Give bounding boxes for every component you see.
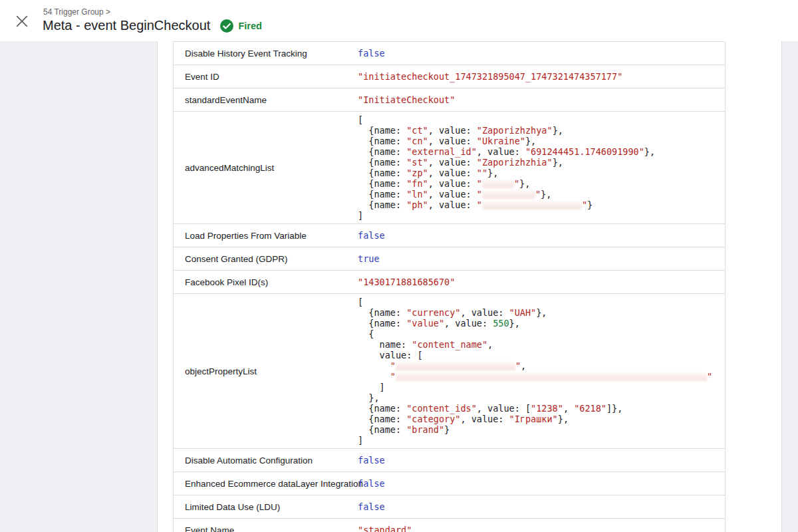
code-line: [ (358, 114, 655, 125)
property-row: Event Name"standard" (174, 519, 725, 532)
code-token: , value: (428, 189, 477, 200)
property-label: Event ID (174, 72, 358, 82)
code-token: {name: (358, 178, 406, 189)
code-token: false (358, 230, 385, 241)
property-value: true (358, 253, 380, 264)
fired-check-icon (220, 19, 233, 33)
code-line: ] (358, 210, 655, 221)
code-token: {name: (358, 200, 406, 210)
property-value: false (358, 455, 385, 466)
code-token: " (477, 200, 482, 210)
code-token: }, (487, 168, 498, 178)
code-token: , value: [ (477, 403, 531, 414)
code-line: {name: "ct", value: "Zaporizhzhya"}, (358, 125, 655, 136)
code-token: "6218" (574, 403, 606, 414)
code-token: , value: (460, 414, 509, 424)
code-line: name: "content_name", (358, 339, 712, 350)
code-token: {name: (358, 403, 406, 414)
code-token: "fn" (406, 178, 428, 189)
redacted-value (482, 191, 535, 199)
code-token: }, (644, 146, 655, 157)
code-line: "", (358, 360, 712, 371)
code-token: , (563, 403, 574, 414)
code-token: , value: (428, 125, 477, 136)
code-token: {name: (358, 307, 406, 318)
property-label: Consent Granted (GDPR) (174, 254, 358, 264)
code-line: value: [ (358, 350, 712, 360)
code-token (358, 371, 390, 382)
property-label: Event Name (174, 525, 358, 532)
code-token: "initiatecheckout_1747321895047_17473214… (358, 71, 622, 82)
property-row: advancedMatchingList[ {name: "ct", value… (174, 112, 725, 224)
code-token: "cn" (406, 136, 428, 146)
property-row: Limited Data Use (LDU)false (174, 495, 725, 519)
code-token: { (358, 329, 374, 339)
tag-properties-table: Disable History Event TrackingfalseEvent… (173, 41, 726, 532)
breadcrumb[interactable]: 54 Trigger Group > (43, 7, 110, 17)
code-token: ] (358, 382, 385, 392)
close-button[interactable] (13, 13, 31, 31)
code-token: [ (358, 114, 363, 125)
code-token: "value" (406, 318, 444, 329)
property-row: Enhanced Ecommerce dataLayer Integration… (174, 472, 725, 495)
code-token: , value: (477, 146, 525, 157)
code-token: " (477, 189, 482, 200)
code-token: , value: (428, 168, 477, 178)
property-row: Event ID"initiatecheckout_1747321895047_… (174, 65, 725, 88)
code-token: "ph" (406, 200, 428, 210)
code-token: , value: (428, 157, 477, 168)
code-token: "1238" (531, 403, 563, 414)
code-token: value: [ (358, 350, 423, 360)
code-line: "" (358, 371, 712, 382)
code-line: {name: "st", value: "Zaporizhzhia"}, (358, 157, 655, 168)
property-row: Consent Granted (GDPR)true (174, 247, 725, 271)
code-token: "ct" (406, 125, 428, 136)
code-token: "Ukraine" (477, 136, 525, 146)
code-token: , (487, 339, 493, 350)
code-token: {name: (358, 168, 406, 178)
code-token: " (535, 189, 541, 200)
code-token: "category" (406, 414, 460, 424)
page-title: Meta - event BeginCheckout (43, 18, 210, 33)
code-token: name: (358, 339, 412, 350)
property-value: [ {name: "ct", value: "Zaporizhzhya"}, {… (358, 114, 655, 221)
code-token: , value: (460, 307, 509, 318)
redacted-value (396, 362, 515, 370)
code-token: "currency" (406, 307, 460, 318)
close-icon (15, 14, 29, 29)
code-token: 550 (493, 318, 509, 329)
code-token: " (582, 200, 587, 210)
code-line: ] (358, 435, 712, 446)
code-token: " (515, 360, 521, 371)
code-line: {name: "cn", value: "Ukraine"}, (358, 136, 655, 146)
code-token: false (358, 48, 385, 59)
property-label: Limited Data Use (LDU) (174, 502, 358, 512)
code-token: "Zaporizhzhia" (477, 157, 553, 168)
code-token: {name: (358, 424, 406, 435)
code-token: "UAH" (509, 307, 537, 318)
property-value: false (358, 230, 385, 241)
code-token: "1430171881685670" (358, 277, 455, 287)
code-line: { (358, 329, 712, 339)
tag-detail-header: 54 Trigger Group > Meta - event BeginChe… (0, 0, 798, 41)
code-line: {name: "value", value: 550}, (358, 318, 712, 329)
code-token: " (390, 371, 396, 382)
code-token: } (587, 200, 593, 210)
code-token: }, (553, 157, 563, 168)
right-background-panel (781, 41, 798, 532)
status-badge: Fired (220, 19, 261, 33)
code-token: , value: (428, 200, 477, 210)
code-token: [ (358, 297, 363, 307)
code-token: , (521, 360, 526, 371)
code-line: {name: "brand"} (358, 424, 712, 435)
code-token: {name: (358, 125, 406, 136)
code-line: [ (358, 297, 712, 307)
code-token: "st" (406, 157, 428, 168)
code-token: "691244451.1746091990" (525, 146, 644, 157)
code-token: }, (541, 189, 551, 200)
property-value: false (358, 48, 385, 59)
code-token: "zp" (406, 168, 428, 178)
code-token: "Zaporizhzhya" (477, 125, 553, 136)
code-token: false (358, 478, 385, 489)
code-token: "ln" (406, 189, 428, 200)
